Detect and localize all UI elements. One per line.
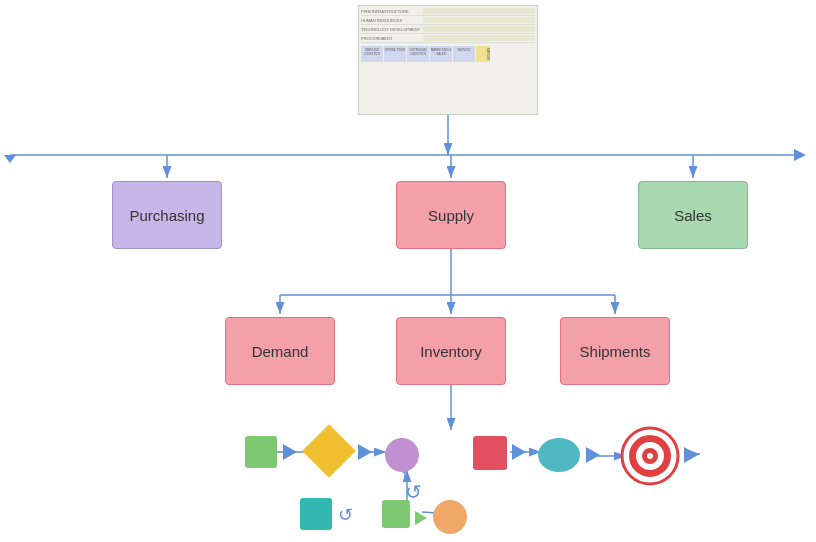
inventory-label: Inventory <box>420 343 482 360</box>
teal-oval-icon <box>538 438 580 472</box>
top-value-chain-diagram: FIRM INFRASTRUCTURE HUMAN RESOURCES TECH… <box>358 5 538 115</box>
sales-box[interactable]: Sales <box>638 181 748 249</box>
teal-square-icon <box>300 498 332 530</box>
sales-label: Sales <box>674 207 712 224</box>
arrow-right-icon-5 <box>684 447 698 463</box>
orange-circle-icon <box>433 500 467 534</box>
purchasing-label: Purchasing <box>129 207 204 224</box>
svg-point-27 <box>647 453 653 459</box>
green-square-icon <box>245 436 277 468</box>
supply-box[interactable]: Supply <box>396 181 506 249</box>
arrow-right-icon-4 <box>586 447 600 463</box>
arrow-right-green-icon <box>415 511 427 525</box>
arrow-right-icon-1 <box>283 444 297 460</box>
inventory-box[interactable]: Inventory <box>396 317 506 385</box>
demand-box[interactable]: Demand <box>225 317 335 385</box>
demand-label: Demand <box>252 343 309 360</box>
diamond-icon <box>302 424 356 478</box>
target-icon <box>620 426 680 486</box>
svg-marker-5 <box>794 149 806 161</box>
shipments-label: Shipments <box>580 343 651 360</box>
purchasing-box[interactable]: Purchasing <box>112 181 222 249</box>
svg-marker-4 <box>4 155 16 163</box>
refresh-arrow-icon-2: ↺ <box>338 504 353 526</box>
supply-label: Supply <box>428 207 474 224</box>
red-square-icon <box>473 436 507 470</box>
arrow-right-icon-3 <box>512 444 526 460</box>
green-square-2-icon <box>382 500 410 528</box>
diagram-canvas: FIRM INFRASTRUCTURE HUMAN RESOURCES TECH… <box>0 0 816 542</box>
arrow-right-icon-2 <box>358 444 372 460</box>
up-arrow-icon: ↑ <box>400 465 409 486</box>
shipments-box[interactable]: Shipments <box>560 317 670 385</box>
